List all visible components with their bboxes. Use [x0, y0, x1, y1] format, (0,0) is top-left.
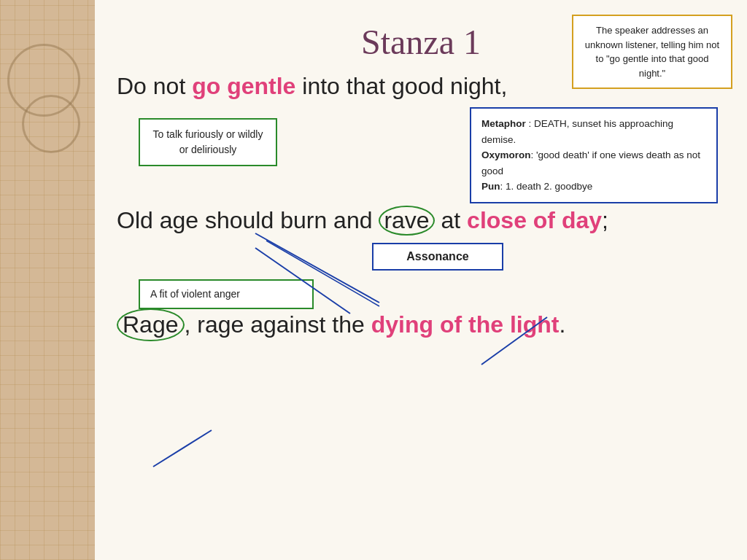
assonance-section: Assonance: [117, 243, 725, 279]
assonance-box: Assonance: [372, 243, 503, 271]
middle-section: To talk furiously or wildly or delirious…: [117, 107, 725, 279]
oxymoron-label: Oxymoron: [481, 149, 531, 160]
close-of-day-highlight: close of day: [467, 207, 602, 233]
line1-prefix: Do not: [117, 73, 192, 99]
line3-text: Rage, rage against the dying of the ligh…: [117, 308, 725, 341]
line1-highlight: go gentle: [192, 73, 295, 99]
line3-suffix: .: [559, 311, 565, 338]
dying-of-light-highlight: dying of the light: [371, 311, 560, 338]
rave-definition-box: To talk furiously or wildly or delirious…: [139, 118, 277, 166]
circle-decoration-2: [22, 95, 80, 153]
assonance-label: Assonance: [406, 250, 468, 262]
main-content: Stanza 1 The speaker addresses an unknow…: [95, 0, 747, 560]
pun-content: : 1. death 2. goodbye: [500, 181, 593, 192]
metaphor-label: Metaphor: [481, 118, 526, 129]
line2-prefix: Old age should burn and: [117, 207, 379, 233]
metaphor-box: Metaphor : DEATH, sunset his approaching…: [470, 107, 718, 203]
oxymoron-text: Oxymoron: 'good death' if one views deat…: [481, 147, 706, 179]
line3-section: A fit of violent anger Rage, rage agains…: [117, 308, 725, 341]
metaphor-text: Metaphor : DEATH, sunset his approaching…: [481, 116, 706, 147]
line2-suffix: ;: [602, 207, 608, 233]
line3-prefix: , rage against the: [185, 311, 371, 338]
speaker-note-box: The speaker addresses an unknown listene…: [572, 15, 732, 89]
speaker-note-text: The speaker addresses an unknown listene…: [585, 25, 719, 79]
line2-text: Old age should burn and rave at close of…: [117, 206, 725, 236]
pun-text: Pun: 1. death 2. goodbye: [481, 179, 706, 195]
line2-middle: at: [435, 207, 467, 233]
pun-label: Pun: [481, 181, 500, 192]
line1-suffix: into that good night,: [295, 73, 507, 99]
left-decorative-strip: [0, 0, 95, 560]
rave-definition-text: To talk furiously or wildly or delirious…: [153, 128, 263, 155]
rage-definition-box: A fit of violent anger: [139, 279, 314, 309]
rage-word-circled: Rage: [117, 308, 185, 341]
rage-definition-text: A fit of violent anger: [150, 288, 240, 300]
rave-word-circled: rave: [379, 206, 434, 236]
